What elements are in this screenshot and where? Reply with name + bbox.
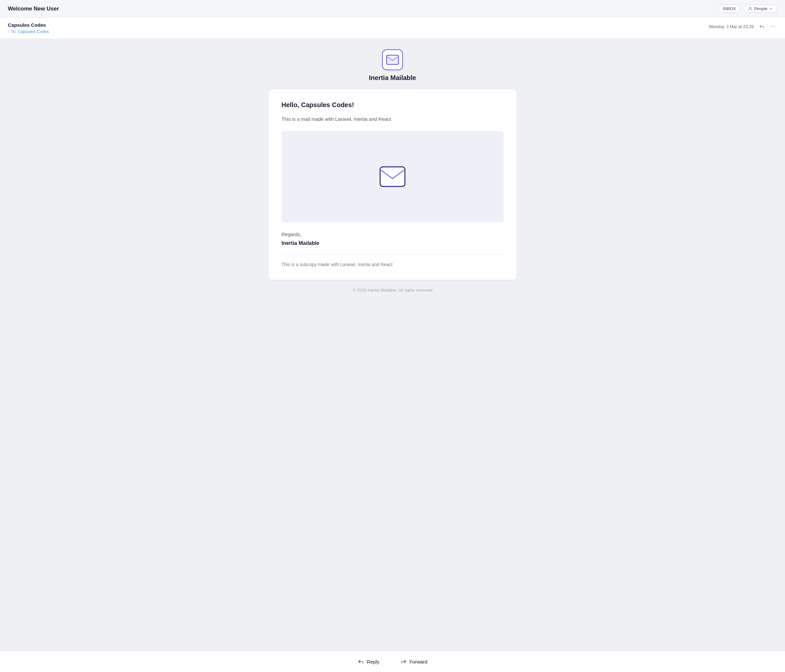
svg-point-0 [749,7,751,9]
email-meta-bar: Capsules Codes › To: Capsules Codes Mond… [0,18,785,39]
svg-rect-5 [380,167,405,186]
chevron-down-icon [769,7,773,11]
email-signature: Inertia Mailable [281,240,504,246]
svg-point-2 [772,26,773,27]
email-brand-header: Inertia Mailable [268,49,517,82]
bottom-action-bar: Reply Forward [0,651,785,672]
top-bar-right: INBOX People [718,5,777,13]
svg-rect-4 [386,55,399,64]
reply-label: Reply [367,659,379,664]
forward-label: Forward [410,659,427,664]
svg-point-1 [771,26,772,27]
reply-button[interactable]: Reply [352,656,384,667]
email-white-card: Hello, Capsules Codes! This is a mail ma… [268,89,517,280]
email-to-field[interactable]: › To: Capsules Codes [8,29,49,34]
forward-button[interactable]: Forward [395,656,433,667]
reply-icon-button[interactable] [758,22,766,31]
to-chevron-icon: › [8,30,9,34]
email-regards: Regards, [281,231,504,237]
email-greeting: Hello, Capsules Codes! [281,101,504,109]
email-sender-info: Capsules Codes › To: Capsules Codes [8,22,49,34]
email-card-wrapper: Inertia Mailable Hello, Capsules Codes! … [268,49,517,292]
inbox-badge[interactable]: INBOX [718,5,740,13]
email-meta-right: Monday, 3 Mar at 23:29 [709,22,777,31]
email-content-area: Inertia Mailable Hello, Capsules Codes! … [0,39,785,651]
email-illustration [281,131,504,222]
person-icon [748,6,753,11]
email-brand-title: Inertia Mailable [369,74,416,82]
svg-point-3 [774,26,775,27]
more-dots-icon [770,23,776,30]
email-sender-name: Capsules Codes [8,22,49,28]
email-to-label: To: Capsules Codes [11,29,49,34]
brand-icon-wrap [382,49,403,70]
email-footer-copyright: © 2025 Inertia Mailable. All rights rese… [268,288,517,292]
email-action-icons [758,22,777,31]
email-illustration-icon [380,166,405,187]
email-date: Monday, 3 Mar at 23:29 [709,24,754,29]
forward-action-icon [400,658,407,665]
more-options-button[interactable] [769,22,777,31]
people-button[interactable]: People [744,5,777,13]
people-label: People [754,6,767,11]
email-body-text: This is a mail made with Laravel, Inerti… [281,115,504,123]
top-bar: Welcome New User INBOX People [0,0,785,18]
reply-action-icon [358,658,364,665]
email-subcopy: This is a subcopy made with Laravel, Ine… [281,261,504,268]
reply-icon [759,23,765,30]
page-title: Welcome New User [8,6,59,12]
email-brand-icon [386,55,399,65]
